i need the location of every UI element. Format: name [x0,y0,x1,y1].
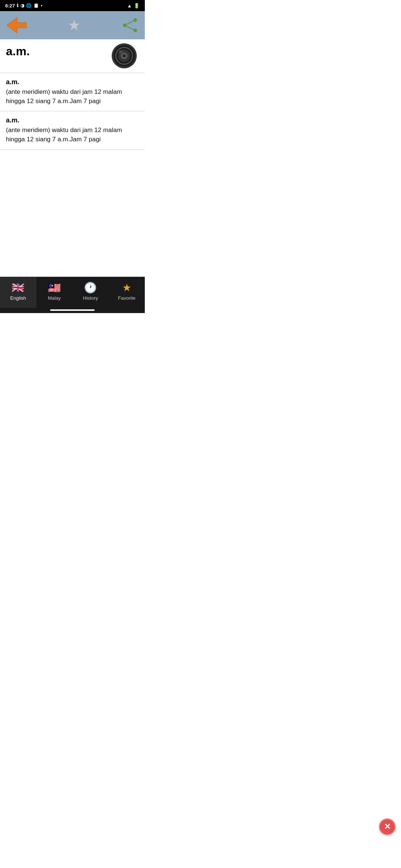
definition-2: a.m. (ante meridiem) waktu dari jam 12 m… [0,111,145,149]
def-word-1: a.m. [6,78,139,86]
bottom-nav: 🇬🇧 English 🇲🇾 Malay 🕐 History ★ Favorite [0,277,145,308]
def-text-1: (ante meridiem) waktu dari jam 12 malam … [6,88,139,106]
dot-icon: • [41,3,42,8]
nav-item-english[interactable]: 🇬🇧 English [0,277,36,308]
nav-label-english: English [10,295,26,301]
malay-flag-icon: 🇲🇾 [48,282,61,294]
home-bar [50,309,95,311]
nav-item-favorite[interactable]: ★ Favorite [109,277,145,308]
english-flag-icon: 🇬🇧 [12,282,25,294]
svg-marker-1 [7,17,27,33]
nav-item-history[interactable]: 🕐 History [72,277,109,308]
speaker-wrap[interactable] [109,41,139,70]
favorite-button[interactable]: ★ [67,17,81,33]
clipboard-icon: 📋 [33,3,39,8]
star-icon: ★ [67,17,81,33]
speaker-icon[interactable] [110,42,138,70]
globe-icon: 🌐 [26,3,32,8]
definition-1: a.m. (ante meridiem) waktu dari jam 12 m… [0,73,145,111]
nav-label-favorite: Favorite [118,295,136,301]
svg-line-5 [125,20,135,25]
status-left: 6:27 ℹ ◑ 🌐 📋 • [5,3,42,9]
nav-label-history: History [83,295,98,301]
content-area: a.m. a.m. (ante meridiem) waktu [0,39,145,277]
toolbar: ★ [0,11,145,39]
favorite-star-icon: ★ [122,282,131,294]
status-right: ▲ 🔋 [127,3,140,9]
circle-icon: ◑ [20,3,24,8]
battery-icon: 🔋 [134,3,140,9]
share-icon [122,18,138,33]
status-bar: 6:27 ℹ ◑ 🌐 📋 • ▲ 🔋 [0,0,145,11]
def-word-2: a.m. [6,116,139,124]
headword: a.m. [6,45,109,58]
svg-point-12 [123,54,125,57]
status-time: 6:27 [5,3,15,9]
home-indicator [0,308,145,313]
nav-label-malay: Malay [48,295,61,301]
back-button[interactable] [7,17,27,34]
history-clock-icon: 🕐 [84,282,97,294]
svg-line-6 [125,25,135,30]
word-header: a.m. [0,39,145,73]
info-icon: ℹ [17,3,19,8]
def-text-2: (ante meridiem) waktu dari jam 12 malam … [6,126,139,144]
nav-item-malay[interactable]: 🇲🇾 Malay [36,277,73,308]
share-button[interactable] [122,18,138,33]
wifi-icon: ▲ [127,3,132,9]
back-arrow-icon [7,17,27,34]
